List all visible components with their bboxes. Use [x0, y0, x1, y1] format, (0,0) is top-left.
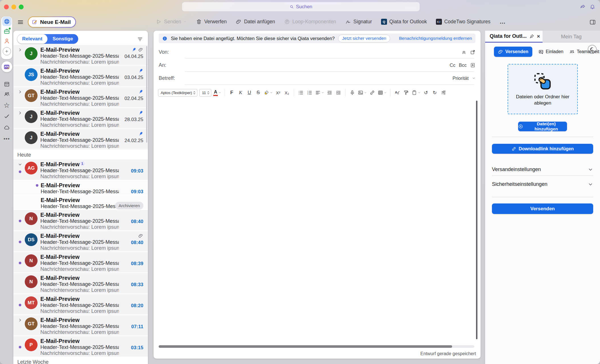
toolbar-send-button[interactable]: Senden: [156, 19, 187, 25]
send-secure-now-button[interactable]: Jetzt sicher versenden: [338, 35, 390, 42]
notifications-icon[interactable]: [589, 4, 595, 10]
bold-button[interactable]: F: [228, 89, 235, 96]
menu-icon[interactable]: [17, 19, 24, 26]
qiata-send-action[interactable]: Versenden: [494, 47, 532, 57]
dictate-button[interactable]: [349, 89, 356, 96]
paste-button[interactable]: [411, 89, 421, 96]
strikethrough-button[interactable]: S: [255, 89, 262, 96]
dismiss-notice-link[interactable]: Benachrichtigungsmeldung entfernen: [399, 36, 472, 41]
add-download-link-button[interactable]: Downloadlink hinzufügen: [492, 144, 593, 154]
cc-button[interactable]: Cc: [450, 63, 455, 68]
rail-item-work[interactable]: [3, 28, 10, 35]
outdent-button[interactable]: [326, 89, 333, 96]
rail-item-tasks[interactable]: [4, 113, 10, 119]
thread-child-row[interactable]: E-Mail-PreviewHeader-Text-Message-2025-M…: [13, 180, 148, 195]
priority-dropdown[interactable]: Priorität: [452, 76, 475, 81]
underline-button[interactable]: U: [246, 89, 253, 96]
paragraph-options-button[interactable]: [440, 89, 447, 96]
toolbar-attach-file-button[interactable]: Datei anfügen: [236, 19, 275, 25]
pin-panel-icon[interactable]: [529, 34, 534, 39]
panel-toggle-icon[interactable]: [589, 19, 596, 26]
mail-preview: Nachrichtenvorschau: Lorem ipsum desa..: [40, 287, 119, 293]
undo-button[interactable]: ↺: [423, 89, 429, 96]
minimize-window-button[interactable]: [11, 5, 16, 9]
toolbar-more-button[interactable]: …: [500, 18, 506, 25]
body-vertical-scrollbar[interactable]: [476, 101, 477, 339]
mail-list-item[interactable]: NE-Mail-PreviewHeader-Text-Message-2025-…: [13, 210, 148, 231]
qiata-teamwork-action[interactable]: Teamarbeit: [569, 49, 599, 55]
tab-qiata[interactable]: Qiata for Outl... ×: [485, 31, 543, 43]
align-button[interactable]: [315, 89, 324, 96]
font-size-select[interactable]: 11: [199, 89, 211, 97]
body-horizontal-scrollbar[interactable]: [159, 345, 452, 348]
accordion-sicherheitseinstellungen[interactable]: Sicherheitseinstellungen: [492, 178, 593, 190]
toolbar-qiata-button[interactable]: QQiata for Outlook: [381, 19, 427, 25]
mail-list-item[interactable]: NE-Mail-PreviewHeader-Text-Message-2025-…: [13, 252, 148, 273]
file-dropzone[interactable]: Dateien oder Ordner hier ablegen: [508, 64, 578, 114]
close-window-button[interactable]: [4, 5, 9, 9]
list-scrollbar[interactable]: [146, 46, 147, 143]
rail-item-browser[interactable]: [2, 17, 11, 26]
redo-button[interactable]: ↻: [431, 89, 438, 96]
toolbar-signature-button[interactable]: Signatur: [345, 19, 372, 25]
tab-mein-tag[interactable]: Mein Tag: [543, 31, 600, 43]
rail-item-mail[interactable]: [1, 61, 12, 72]
mail-list-item[interactable]: GTE-Mail-PreviewHeader-Text-Message-2025…: [13, 315, 148, 336]
toolbar-loop-components-button[interactable]: Loop-Komponenten: [284, 19, 336, 25]
bcc-button[interactable]: Bcc: [459, 63, 467, 68]
rail-item-calendar[interactable]: [4, 81, 10, 87]
mail-list-item[interactable]: JE-Mail-PreviewHeader-Text-Message-2025-…: [13, 129, 148, 150]
italic-button[interactable]: K: [237, 89, 244, 96]
insert-link-button[interactable]: [369, 89, 376, 96]
undo-icon: ↺: [424, 90, 428, 96]
mail-list-item[interactable]: NE-Mail-PreviewHeader-Text-Message-2025-…: [13, 273, 148, 294]
archive-button[interactable]: Archivieren: [115, 202, 143, 209]
tab-sonstige[interactable]: Sonstige: [47, 34, 78, 44]
accordion-versandeinstellungen[interactable]: Versandeinstellungen: [492, 163, 593, 176]
close-panel-icon[interactable]: ×: [537, 34, 540, 39]
mail-list-item[interactable]: JE-Mail-PreviewHeader-Text-Message-2025-…: [13, 108, 148, 129]
avatar: DS: [25, 233, 38, 246]
qiata-invite-action[interactable]: Einladen: [538, 49, 563, 55]
toolbar-codetwo-button[interactable]: C2CodeTwo Signatures: [436, 19, 490, 25]
clear-format-button[interactable]: Ab: [394, 89, 401, 96]
tab-relevant[interactable]: Relevant: [17, 34, 47, 44]
mail-list-item[interactable]: DSE-Mail-PreviewHeader-Text-Message-2025…: [13, 231, 148, 252]
share-icon[interactable]: [580, 4, 586, 10]
toolbar-discard-button[interactable]: Verwerfen: [196, 19, 227, 25]
rail-item-contact[interactable]: [3, 38, 10, 45]
rail-item-add-app[interactable]: +: [3, 47, 11, 55]
font-color-button[interactable]: A: [213, 89, 221, 96]
collapse-headers-icon[interactable]: [461, 49, 467, 55]
mail-list-item[interactable]: MTE-Mail-PreviewHeader-Text-Message-2025…: [13, 294, 148, 315]
rail-item-more[interactable]: •••: [4, 136, 10, 142]
highlight-button[interactable]: [264, 89, 273, 96]
search-input[interactable]: Suchen: [182, 2, 420, 11]
format-painter-button[interactable]: [403, 89, 409, 96]
insert-table-button[interactable]: [378, 89, 387, 96]
mail-list-item[interactable]: JSE-Mail-PreviewHeader-Text-Message-2025…: [13, 66, 148, 87]
filter-icon[interactable]: [137, 36, 143, 42]
superscript-button[interactable]: X²: [275, 89, 282, 96]
indent-button[interactable]: [335, 89, 342, 96]
zoom-window-button[interactable]: [19, 5, 24, 9]
thread-child-row[interactable]: E-Mail-PreviewHeader-Text-Message-2025-M…: [13, 195, 148, 210]
font-family-select[interactable]: Aptos (Textkörper): [158, 89, 197, 97]
qiata-send-button[interactable]: Versenden: [492, 203, 593, 214]
mail-list-item[interactable]: AGE-Mail-Preview1Header-Text-Message-202…: [13, 159, 148, 180]
rail-item-cloud[interactable]: [4, 124, 10, 131]
message-body[interactable]: [154, 99, 481, 342]
new-email-button[interactable]: Neue E-Mail: [28, 16, 76, 28]
add-files-button[interactable]: Datei(en) hinzufügen: [518, 122, 567, 131]
subscript-button[interactable]: X₂: [284, 89, 290, 96]
rail-item-people[interactable]: [4, 91, 10, 97]
insert-image-button[interactable]: [358, 89, 367, 96]
mail-list-item[interactable]: GTE-Mail-PreviewHeader-Text-Message-2025…: [13, 87, 148, 108]
popout-icon[interactable]: [470, 49, 475, 55]
mail-list-item[interactable]: JE-Mail-PreviewHeader-Text-Message-2025-…: [13, 45, 148, 66]
bullet-list-button[interactable]: [297, 89, 304, 96]
address-book-icon[interactable]: [470, 63, 475, 68]
rail-item-favorites[interactable]: ☆: [3, 102, 10, 109]
mail-list-item[interactable]: PE-Mail-PreviewHeader-Text-Message-2025-…: [13, 336, 148, 357]
numbered-list-button[interactable]: 123: [306, 89, 313, 96]
